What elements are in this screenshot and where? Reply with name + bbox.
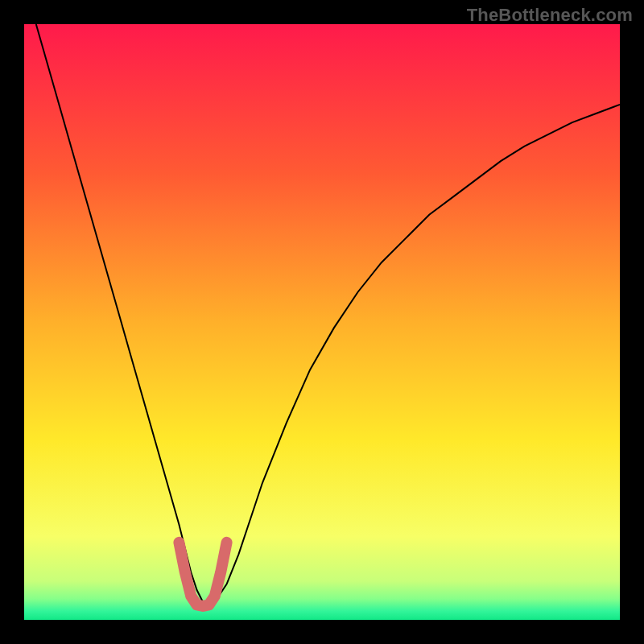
- bottleneck-curve: [36, 24, 620, 605]
- bottom-marker: [179, 543, 226, 606]
- plot-area: [24, 24, 620, 620]
- watermark-text: TheBottleneck.com: [467, 5, 633, 26]
- curve-layer: [24, 24, 620, 620]
- chart-container: TheBottleneck.com: [0, 0, 644, 644]
